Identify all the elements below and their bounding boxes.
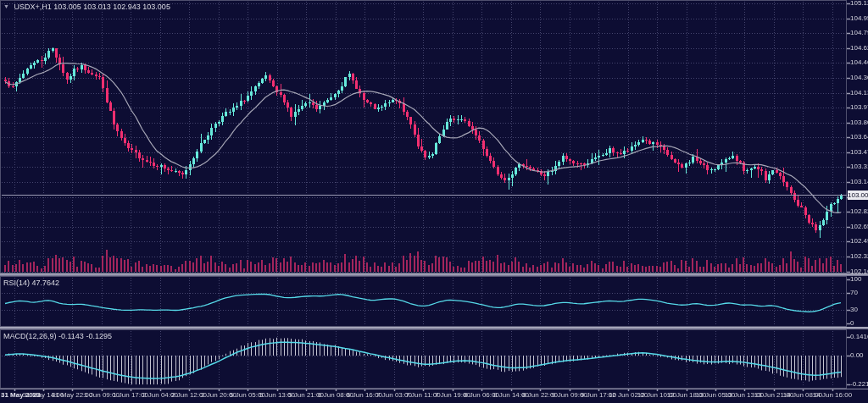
- price-axis-label: 103.475: [850, 148, 868, 156]
- rsi-axis-label: 30: [850, 306, 858, 313]
- price-axis-label: 102.655: [850, 223, 868, 230]
- rsi-axis-label: 100: [850, 275, 861, 283]
- price-axis-label: 105.120: [850, 0, 868, 7]
- price-axis-label: 104.790: [850, 29, 868, 36]
- symbol-period-label: USDX+,H1: [14, 3, 51, 11]
- rsi-header: RSI(14) 47.7642: [3, 279, 59, 287]
- time-axis-divider: [0, 389, 868, 389]
- price-axis-label: 104.955: [850, 14, 868, 22]
- price-axis-label: 102.820: [850, 207, 868, 215]
- price-axis-label: 104.460: [850, 58, 868, 66]
- price-axis-label: 104.300: [850, 74, 868, 81]
- panel-resize-divider[interactable]: [0, 327, 868, 329]
- current-price-label: 103.005: [848, 190, 868, 200]
- price-axis-label: 103.970: [850, 103, 868, 111]
- price-axis-label: 103.310: [850, 163, 868, 170]
- rsi-axis-label: 70: [850, 289, 858, 296]
- time-axis-label: 14 Jun 16:00: [813, 391, 852, 399]
- chevron-down-icon[interactable]: ▼: [3, 3, 9, 9]
- chart-canvas[interactable]: [0, 0, 868, 403]
- rsi-axis-label: 0: [850, 319, 854, 327]
- price-axis-label: 102.325: [850, 252, 868, 260]
- macd-axis-label: 0.1416: [850, 333, 868, 340]
- price-axis-label: 104.625: [850, 44, 868, 52]
- time-axis[interactable]: 31 May 202331 May 14:0031 May 22:001 Jun…: [0, 391, 868, 403]
- macd-axis-label: 0.00: [850, 351, 864, 359]
- trading-terminal-window: ▼ USDX+,H1 103.005 103.013 102.943 103.0…: [0, 0, 868, 403]
- price-axis-label: 103.805: [850, 119, 868, 126]
- macd-axis-label: -0.2219: [850, 380, 868, 388]
- panel-resize-divider[interactable]: [0, 273, 868, 276]
- chart-title: ▼ USDX+,H1 103.005 103.013 102.943 103.0…: [3, 3, 170, 11]
- price-axis-label: 104.135: [850, 89, 868, 97]
- price-axis-label: 103.145: [850, 178, 868, 185]
- macd-header: MACD(12,26,9) -0.1143 -0.1295: [3, 332, 112, 340]
- ohlc-values: 103.005 103.013 102.943 103.005: [53, 3, 170, 11]
- price-axis-label: 102.490: [850, 237, 868, 245]
- price-axis-label: 103.640: [850, 133, 868, 141]
